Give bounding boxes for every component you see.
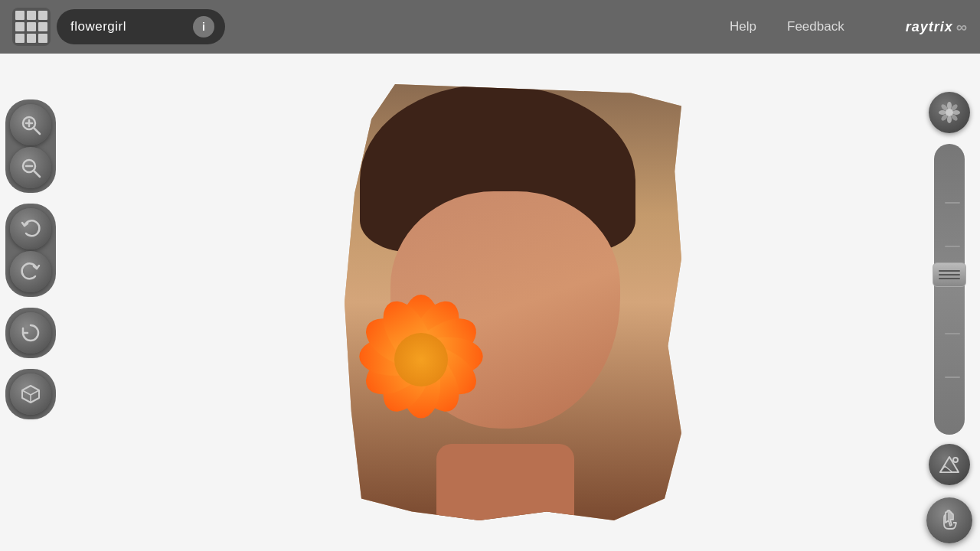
undo-icon xyxy=(20,218,41,240)
focus-mode-button[interactable] xyxy=(929,92,970,133)
image-area xyxy=(0,54,980,551)
photo-container xyxy=(345,84,681,520)
feedback-link[interactable]: Feedback xyxy=(787,19,844,34)
reset-group xyxy=(5,308,56,358)
logo-symbol: ∞ xyxy=(956,18,968,36)
svg-line-8 xyxy=(31,390,39,395)
header-nav: Help Feedback raytrix ∞ xyxy=(730,18,968,36)
help-link[interactable]: Help xyxy=(730,19,756,34)
svg-line-5 xyxy=(34,171,40,177)
info-button[interactable]: i xyxy=(193,16,214,37)
box-tool-group xyxy=(5,369,56,419)
svg-line-1 xyxy=(34,128,40,134)
redo-button[interactable] xyxy=(10,251,51,292)
zoom-in-icon xyxy=(20,114,41,135)
svg-marker-20 xyxy=(940,466,952,472)
undo-redo-group xyxy=(5,204,56,297)
undo-button[interactable] xyxy=(10,208,51,249)
zoom-group xyxy=(5,99,56,193)
reset-button[interactable] xyxy=(10,312,51,354)
redo-icon xyxy=(20,261,41,282)
title-bar: flowergirl i xyxy=(57,9,225,44)
box-tool-icon xyxy=(20,383,41,405)
svg-point-11 xyxy=(947,102,952,109)
depth-slider[interactable] xyxy=(934,144,965,435)
photo-canvas xyxy=(345,84,681,520)
svg-point-14 xyxy=(952,110,960,115)
left-toolbar xyxy=(0,54,61,551)
header: flowergirl i Help Feedback raytrix ∞ xyxy=(0,0,980,54)
cursor-icon xyxy=(938,509,961,532)
landscape-mode-button[interactable] xyxy=(929,444,970,485)
logo: raytrix ∞ xyxy=(906,18,968,36)
reset-icon xyxy=(20,322,41,344)
svg-point-21 xyxy=(953,458,958,462)
svg-line-7 xyxy=(22,390,31,395)
box-tool-button[interactable] xyxy=(10,373,51,415)
grid-menu-button[interactable] xyxy=(12,8,51,46)
zoom-out-icon xyxy=(20,157,41,178)
zoom-out-button[interactable] xyxy=(10,147,51,188)
zoom-in-button[interactable] xyxy=(10,104,51,145)
cursor-tool-button[interactable] xyxy=(926,497,972,543)
document-title: flowergirl xyxy=(70,19,182,34)
logo-text: raytrix xyxy=(906,19,953,35)
svg-point-12 xyxy=(947,116,952,123)
focus-icon xyxy=(938,101,961,124)
svg-point-13 xyxy=(939,110,946,115)
main-area xyxy=(0,54,980,551)
landscape-icon xyxy=(939,454,960,475)
right-toolbar xyxy=(919,54,980,551)
grid-icon xyxy=(15,11,47,43)
slider-handle[interactable] xyxy=(933,262,966,287)
